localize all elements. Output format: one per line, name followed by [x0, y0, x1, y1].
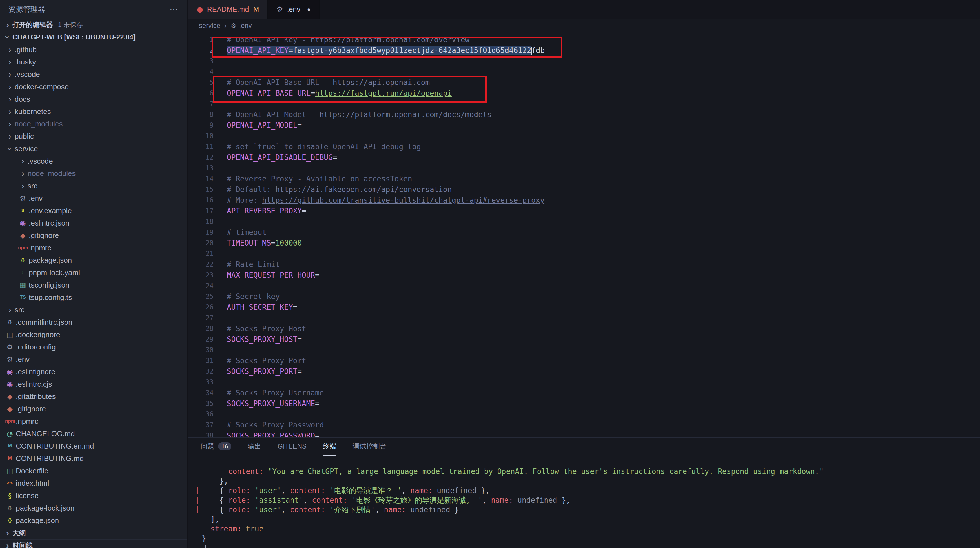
- terminal[interactable]: content: "You are ChatGPT, a large langu…: [202, 460, 974, 548]
- line-number[interactable]: 23: [188, 270, 213, 281]
- breadcrumb-item-folder[interactable]: service: [199, 22, 220, 30]
- code-line-15[interactable]: 15# Default: https://ai.fakeopen.com/api…: [188, 184, 980, 195]
- tree-file-CONTRIBUTING.en.md[interactable]: MCONTRIBUTING.en.md: [0, 440, 187, 452]
- tree-folder-src[interactable]: src: [0, 303, 187, 316]
- terminal-line-4[interactable]: { role: 'assistant', content: '电影《玲芽之旅》的…: [202, 496, 974, 505]
- line-number[interactable]: 25: [188, 291, 213, 302]
- tree-file-.env.example[interactable]: $.env.example: [0, 205, 187, 217]
- tree-folder-.vscode[interactable]: .vscode: [0, 68, 187, 81]
- panel-tab-GITLENS[interactable]: GITLENS: [278, 438, 307, 456]
- open-editors-section[interactable]: 打开的编辑器 1 未保存: [0, 19, 187, 31]
- code-line-38[interactable]: 38SOCKS_PROXY_PASSWORD=: [188, 430, 980, 437]
- tree-folder-public[interactable]: public: [0, 130, 187, 143]
- outline-section[interactable]: 大纲: [0, 527, 187, 539]
- line-number[interactable]: 35: [188, 398, 213, 409]
- tree-folder-.github[interactable]: .github: [0, 43, 187, 56]
- code-line-24[interactable]: 24: [188, 281, 980, 291]
- timeline-section[interactable]: 时间线: [0, 539, 187, 548]
- terminal-line-1[interactable]: content: "You are ChatGPT, a large langu…: [202, 467, 974, 476]
- line-number[interactable]: 31: [188, 356, 213, 366]
- line-number[interactable]: 36: [188, 409, 213, 419]
- tree-folder-.vscode[interactable]: .vscode: [0, 155, 187, 167]
- line-number[interactable]: 17: [188, 206, 213, 216]
- tree-file-index.html[interactable]: <>index.html: [0, 477, 187, 489]
- tree-file-.commitlintrc.json[interactable]: {}.commitlintrc.json: [0, 316, 187, 328]
- code-line-1[interactable]: 1# OpenAI API Key - https://platform.ope…: [188, 34, 980, 45]
- code-line-14[interactable]: 14# Reverse Proxy - Available on accessT…: [188, 173, 980, 184]
- code-line-13[interactable]: 13: [188, 163, 980, 173]
- code-line-11[interactable]: 11# set `true` to disable OpenAI API deb…: [188, 141, 980, 152]
- unsaved-dot-icon[interactable]: ●: [307, 6, 310, 13]
- line-number[interactable]: 38: [188, 430, 213, 437]
- code-line-21[interactable]: 21: [188, 248, 980, 259]
- terminal-line-5[interactable]: { role: 'user', content: '介绍下剧情', name: …: [202, 505, 974, 515]
- line-number[interactable]: 20: [188, 238, 213, 248]
- code-line-29[interactable]: 29SOCKS_PROXY_HOST=: [188, 334, 980, 345]
- tree-folder-node_modules[interactable]: node_modules: [0, 167, 187, 179]
- tree-file-.npmrc[interactable]: npm.npmrc: [0, 241, 187, 254]
- line-number[interactable]: 33: [188, 377, 213, 388]
- line-number[interactable]: 16: [188, 195, 213, 206]
- line-number[interactable]: 8: [188, 109, 213, 120]
- code-line-9[interactable]: 9OPENAI_API_MODEL=: [188, 120, 980, 131]
- line-number[interactable]: 13: [188, 163, 213, 173]
- code-line-32[interactable]: 32SOCKS_PROXY_PORT=: [188, 366, 980, 377]
- code-line-6[interactable]: 6OPENAI_API_BASE_URL=https://fastgpt.run…: [188, 88, 980, 98]
- project-root-section[interactable]: CHATGPT-WEB [WSL: UBUNTU-22.04]: [0, 31, 187, 43]
- code-line-22[interactable]: 22# Rate Limit: [188, 259, 980, 270]
- tree-folder-docs[interactable]: docs: [0, 93, 187, 105]
- line-number[interactable]: 10: [188, 131, 213, 141]
- panel-tab-调试控制台[interactable]: 调试控制台: [353, 438, 387, 456]
- line-number[interactable]: 12: [188, 152, 213, 163]
- code-line-26[interactable]: 26AUTH_SECRET_KEY=: [188, 302, 980, 313]
- code-line-10[interactable]: 10: [188, 131, 980, 141]
- code-line-4[interactable]: 4: [188, 67, 980, 77]
- code-line-17[interactable]: 17API_REVERSE_PROXY=: [188, 206, 980, 216]
- panel-tab-终端[interactable]: 终端: [323, 438, 336, 456]
- terminal-line-9[interactable]: [202, 543, 974, 548]
- line-number[interactable]: 3: [188, 56, 213, 67]
- tree-file-.env[interactable]: ⚙.env: [0, 353, 187, 365]
- code-line-23[interactable]: 23MAX_REQUEST_PER_HOUR=: [188, 270, 980, 281]
- code-line-20[interactable]: 20TIMEOUT_MS=100000: [188, 238, 980, 248]
- line-number[interactable]: 37: [188, 419, 213, 430]
- line-number[interactable]: 7: [188, 98, 213, 109]
- panel-tab-问题[interactable]: 问题16: [200, 438, 231, 456]
- code-line-16[interactable]: 16# More: https://github.com/transitive-…: [188, 195, 980, 206]
- code-line-19[interactable]: 19# timeout: [188, 227, 980, 238]
- tree-folder-src[interactable]: src: [0, 179, 187, 192]
- more-actions-icon[interactable]: ⋯: [170, 5, 179, 14]
- code-line-18[interactable]: 18: [188, 216, 980, 227]
- line-number[interactable]: 15: [188, 184, 213, 195]
- tree-folder-docker-compose[interactable]: docker-compose: [0, 81, 187, 93]
- tree-file-.gitignore[interactable]: ◆.gitignore: [0, 229, 187, 241]
- code-line-5[interactable]: 5# OpenAI API Base URL - https://api.ope…: [188, 77, 980, 88]
- terminal-line-8[interactable]: }: [202, 534, 974, 543]
- code-line-37[interactable]: 37# Socks Proxy Password: [188, 419, 980, 430]
- line-number[interactable]: 24: [188, 281, 213, 291]
- tree-file-.gitattributes[interactable]: ◆.gitattributes: [0, 390, 187, 403]
- tree-folder-kubernetes[interactable]: kubernetes: [0, 105, 187, 118]
- code-line-28[interactable]: 28# Socks Proxy Host: [188, 323, 980, 334]
- line-number[interactable]: 1: [188, 34, 213, 45]
- tree-file-.editorconfig[interactable]: ⚙.editorconfig: [0, 341, 187, 353]
- line-number[interactable]: 27: [188, 313, 213, 323]
- line-number[interactable]: 22: [188, 259, 213, 270]
- breadcrumb-item-file[interactable]: .env: [239, 22, 251, 30]
- tab-.env[interactable]: ⚙.env●: [268, 0, 320, 19]
- tab-README.md[interactable]: ●README.mdM: [188, 0, 268, 19]
- tree-file-.gitignore[interactable]: ◆.gitignore: [0, 403, 187, 415]
- terminal-line-3[interactable]: { role: 'user', content: '电影的导演是谁？ ', na…: [202, 486, 974, 496]
- tree-file-tsconfig.json[interactable]: ▦tsconfig.json: [0, 279, 187, 291]
- tree-file-tsup.config.ts[interactable]: TStsup.config.ts: [0, 291, 187, 303]
- tree-folder-.husky[interactable]: .husky: [0, 56, 187, 68]
- line-number[interactable]: 2: [188, 45, 213, 56]
- tree-file-Dockerfile[interactable]: ◫Dockerfile: [0, 465, 187, 477]
- line-number[interactable]: 26: [188, 302, 213, 313]
- line-number[interactable]: 32: [188, 366, 213, 377]
- tree-folder-node_modules[interactable]: node_modules: [0, 118, 187, 130]
- tree-file-CONTRIBUTING.md[interactable]: MCONTRIBUTING.md: [0, 452, 187, 465]
- line-number[interactable]: 6: [188, 88, 213, 98]
- code-line-35[interactable]: 35SOCKS_PROXY_USERNAME=: [188, 398, 980, 409]
- tree-file-.eslintrc.cjs[interactable]: ◉.eslintrc.cjs: [0, 378, 187, 390]
